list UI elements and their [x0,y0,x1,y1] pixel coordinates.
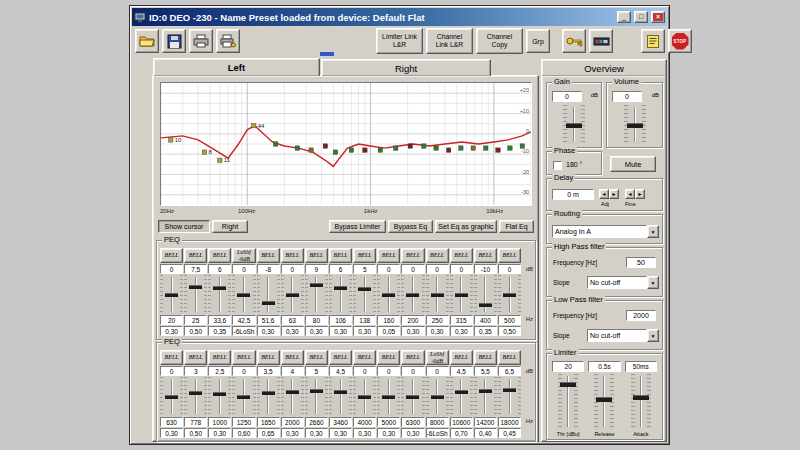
eq-band-type-button[interactable]: BELL [474,248,497,263]
volume-value-field[interactable]: 0 [612,91,642,102]
eq-point-marker[interactable] [471,146,475,150]
phase-180-checkbox[interactable] [553,161,562,170]
eq-band-q-field[interactable]: -6LoSh [426,428,449,438]
eq-point-marker[interactable] [363,148,367,152]
eq-band-gain-field[interactable]: 0 [160,264,183,274]
eq-point-marker[interactable] [434,146,438,150]
eq-band-gain-field[interactable]: 0 [426,366,449,376]
eq-band-gain-field[interactable]: 5 [353,264,376,274]
lock-button[interactable] [562,29,586,53]
eq-band-q-field[interactable]: 0,70 [450,428,473,438]
eq-band-gain-field[interactable]: 3 [184,366,207,376]
eq-band-gain-slider[interactable] [450,377,473,416]
eq-band-frequency-field[interactable]: 51,6 [257,315,280,325]
eq-band-type-button[interactable]: BELL [305,350,328,365]
eq-band-gain-field[interactable]: 0 [426,264,449,274]
eq-point-marker[interactable] [508,146,512,150]
lpf-frequency-field[interactable]: 2000 [626,310,656,321]
eq-band-q-field[interactable]: 0,60 [232,428,255,438]
stop-button[interactable]: STOP [668,29,692,53]
eq-band-type-button[interactable]: BELL [184,350,207,365]
eq-band-gain-field[interactable]: 0 [232,366,255,376]
eq-band-gain-slider[interactable] [257,275,280,314]
eq-band-frequency-field[interactable]: 42,5 [232,315,255,325]
eq-band-frequency-field[interactable]: 10600 [450,417,473,427]
routing-dropdown[interactable]: Analog In A ▼ [552,225,659,238]
eq-band-q-field[interactable]: 0,50 [498,326,521,336]
eq-band-gain-field[interactable]: 0 [401,366,424,376]
eq-band-q-field[interactable]: -6LoSh [232,326,255,336]
eq-point-marker[interactable] [252,124,256,128]
eq-band-q-field[interactable]: 0,30 [160,428,183,438]
eq-point-marker[interactable] [295,146,299,150]
eq-band-frequency-field[interactable]: 400 [474,315,497,325]
eq-band-gain-slider[interactable] [184,275,207,314]
eq-band-type-button[interactable]: LoShf-6dB [426,350,449,365]
eq-band-gain-slider[interactable] [401,377,424,416]
eq-band-type-button[interactable]: BELL [401,248,424,263]
volume-slider[interactable] [624,105,646,144]
eq-band-gain-slider[interactable] [208,275,231,314]
eq-band-gain-field[interactable]: 6,5 [498,366,521,376]
eq-band-type-button[interactable]: BELL [257,248,280,263]
eq-band-gain-slider[interactable] [160,377,183,416]
eq-band-gain-slider[interactable] [353,275,376,314]
eq-band-type-button[interactable]: BELL [450,248,473,263]
eq-band-frequency-field[interactable]: 160 [377,315,400,325]
eq-band-gain-field[interactable]: 0 [498,264,521,274]
limiter-threshold-field[interactable]: 20 [552,361,584,372]
eq-band-gain-field[interactable]: 0 [377,264,400,274]
eq-band-gain-field[interactable]: 0 [232,264,255,274]
eq-point-marker[interactable] [202,150,206,154]
eq-band-type-button[interactable]: BELL [160,248,183,263]
bypass-limiter-button[interactable]: Bypass Limiter [329,220,386,233]
limiter-link-button[interactable]: Limiter Link L&R [376,28,423,54]
eq-band-q-field[interactable]: 0,30 [257,326,280,336]
eq-point-marker[interactable] [459,146,463,150]
eq-band-type-button[interactable]: BELL [281,350,304,365]
eq-band-type-button[interactable]: BELL [353,248,376,263]
gain-slider[interactable] [563,105,585,144]
limiter-release-slider[interactable] [594,374,614,429]
tab-right-channel[interactable]: Right [321,59,491,76]
eq-band-frequency-field[interactable]: 2000 [281,417,304,427]
eq-band-gain-field[interactable]: 6 [208,264,231,274]
eq-band-frequency-field[interactable]: 8000 [426,417,449,427]
eq-band-gain-slider[interactable] [377,275,400,314]
eq-band-q-field[interactable]: 0,05 [377,326,400,336]
eq-band-gain-slider[interactable] [498,275,521,314]
eq-point-marker[interactable] [333,150,337,154]
eq-band-q-field[interactable]: 0,30 [426,326,449,336]
eq-band-q-field[interactable]: 0,65 [257,428,280,438]
eq-band-type-button[interactable]: LoShf-6dB [232,248,255,263]
eq-band-type-button[interactable]: BELL [426,248,449,263]
tab-left-channel[interactable]: Left [153,58,320,76]
maximize-button[interactable]: □ [634,11,648,23]
delay-adjust-up-button[interactable]: ► [609,189,619,199]
eq-band-frequency-field[interactable]: 4000 [353,417,376,427]
eq-band-gain-field[interactable]: 4,5 [450,366,473,376]
eq-band-gain-field[interactable]: 6 [329,264,352,274]
eq-band-gain-slider[interactable] [257,377,280,416]
eq-band-q-field[interactable]: 0,30 [353,428,376,438]
set-eq-as-graphic-button[interactable]: Set Eq as graphic [435,220,497,233]
eq-band-q-field[interactable]: 0,30 [450,326,473,336]
eq-band-gain-slider[interactable] [353,377,376,416]
eq-band-frequency-field[interactable]: 778 [184,417,207,427]
eq-band-gain-slider[interactable] [305,377,328,416]
eq-band-gain-slider[interactable] [232,275,255,314]
eq-band-gain-field[interactable]: -10 [474,264,497,274]
eq-band-gain-slider[interactable] [184,377,207,416]
lpf-slope-dropdown[interactable]: No cut-off ▼ [587,329,659,342]
eq-band-q-field[interactable]: 0,30 [401,428,424,438]
eq-band-frequency-field[interactable]: 630 [160,417,183,427]
eq-band-type-button[interactable]: BELL [377,350,400,365]
eq-band-gain-field[interactable]: 0 [450,264,473,274]
chevron-down-icon[interactable]: ▼ [647,329,659,342]
eq-band-frequency-field[interactable]: 5000 [377,417,400,427]
delay-fine-down-button[interactable]: ◄ [625,189,635,199]
eq-band-q-field[interactable]: 0,30 [160,326,183,336]
eq-band-q-field[interactable]: 0,30 [281,326,304,336]
eq-band-gain-field[interactable]: 0 [377,366,400,376]
eq-band-frequency-field[interactable]: 18000 [498,417,521,427]
